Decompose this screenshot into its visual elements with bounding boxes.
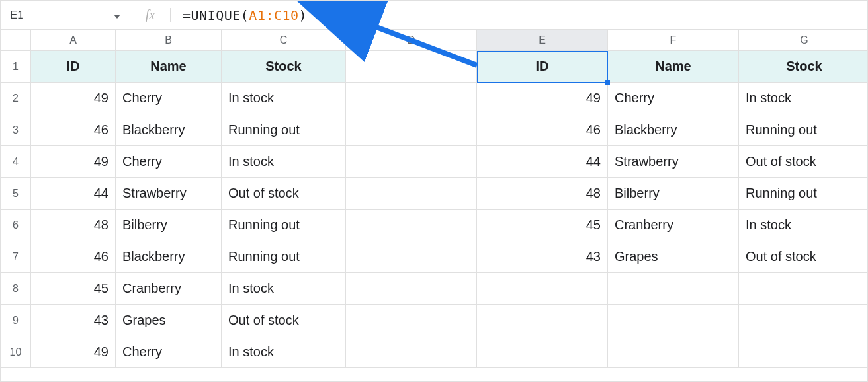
cell-F4[interactable]: Strawberry (608, 146, 739, 178)
cell-C1[interactable]: Stock (222, 51, 346, 83)
cell-E10[interactable] (477, 336, 608, 368)
cell-A10[interactable]: 49 (31, 336, 116, 368)
row-header-4[interactable]: 4 (1, 146, 31, 178)
cell-G9[interactable] (739, 305, 868, 336)
spreadsheet-grid[interactable]: A B C D E F G 1 ID Name Stock ID Name St… (1, 30, 867, 368)
cell-D9[interactable] (346, 305, 477, 336)
cell-E4[interactable]: 44 (477, 146, 608, 178)
cell-G2[interactable]: In stock (739, 83, 868, 114)
formula-close-paren: ) (299, 7, 308, 23)
row-header-2[interactable]: 2 (1, 83, 31, 114)
cell-D1[interactable] (346, 51, 477, 83)
row-header-1[interactable]: 1 (1, 51, 31, 83)
cell-F10[interactable] (608, 336, 739, 368)
cell-F5[interactable]: Bilberry (608, 178, 739, 210)
cell-F6[interactable]: Cranberry (608, 210, 739, 241)
cell-A9[interactable]: 43 (31, 305, 116, 336)
cell-B6[interactable]: Bilberry (116, 210, 222, 241)
col-header-D[interactable]: D (346, 30, 477, 51)
cell-B4[interactable]: Cherry (116, 146, 222, 178)
cell-B7[interactable]: Blackberry (116, 241, 222, 273)
col-header-C[interactable]: C (222, 30, 346, 51)
cell-B2[interactable]: Cherry (116, 83, 222, 114)
cell-G1[interactable]: Stock (739, 51, 868, 83)
row-header-3[interactable]: 3 (1, 114, 31, 146)
formula-open-paren: ( (241, 7, 249, 23)
cell-C4[interactable]: In stock (222, 146, 346, 178)
cell-C7[interactable]: Running out (222, 241, 346, 273)
cell-C10[interactable]: In stock (222, 336, 346, 368)
cell-G6[interactable]: In stock (739, 210, 868, 241)
cell-B1[interactable]: Name (116, 51, 222, 83)
cell-A1[interactable]: ID (31, 51, 116, 83)
cell-G3[interactable]: Running out (739, 114, 868, 146)
cell-F8[interactable] (608, 273, 739, 305)
cell-F3[interactable]: Blackberry (608, 114, 739, 146)
col-header-G[interactable]: G (739, 30, 868, 51)
cell-C3[interactable]: Running out (222, 114, 346, 146)
select-all-corner[interactable] (1, 30, 31, 51)
cell-D8[interactable] (346, 273, 477, 305)
formula-fn: UNIQUE (191, 7, 241, 23)
row-header-7[interactable]: 7 (1, 241, 31, 273)
cell-B3[interactable]: Blackberry (116, 114, 222, 146)
cell-D7[interactable] (346, 241, 477, 273)
cell-F7[interactable]: Grapes (608, 241, 739, 273)
name-box-value: E1 (10, 9, 24, 22)
cell-G4[interactable]: Out of stock (739, 146, 868, 178)
cell-E1[interactable]: ID (477, 51, 608, 83)
cell-C9[interactable]: Out of stock (222, 305, 346, 336)
cell-E6[interactable]: 45 (477, 210, 608, 241)
col-header-E[interactable]: E (477, 30, 608, 51)
cell-E5[interactable]: 48 (477, 178, 608, 210)
cell-F9[interactable] (608, 305, 739, 336)
formula-range: A1:C10 (249, 7, 298, 23)
cell-A7[interactable]: 46 (31, 241, 116, 273)
row-header-5[interactable]: 5 (1, 178, 31, 210)
cell-G8[interactable] (739, 273, 868, 305)
cell-C8[interactable]: In stock (222, 273, 346, 305)
cell-D4[interactable] (346, 146, 477, 178)
cell-G7[interactable]: Out of stock (739, 241, 868, 273)
col-header-F[interactable]: F (608, 30, 739, 51)
cell-D2[interactable] (346, 83, 477, 114)
cell-B8[interactable]: Cranberry (116, 273, 222, 305)
cell-D5[interactable] (346, 178, 477, 210)
cell-E7[interactable]: 43 (477, 241, 608, 273)
cell-E2[interactable]: 49 (477, 83, 608, 114)
cell-C5[interactable]: Out of stock (222, 178, 346, 210)
cell-E9[interactable] (477, 305, 608, 336)
cell-A3[interactable]: 46 (31, 114, 116, 146)
cell-A5[interactable]: 44 (31, 178, 116, 210)
row-header-10[interactable]: 10 (1, 336, 31, 368)
name-box[interactable]: E1 (1, 1, 130, 29)
row-header-8[interactable]: 8 (1, 273, 31, 305)
cell-G10[interactable] (739, 336, 868, 368)
cell-E3[interactable]: 46 (477, 114, 608, 146)
cell-C6[interactable]: Running out (222, 210, 346, 241)
formula-bar: E1 fx = UNIQUE ( A1:C10 ) (1, 1, 867, 30)
cell-B9[interactable]: Grapes (116, 305, 222, 336)
cell-A2[interactable]: 49 (31, 83, 116, 114)
row-header-6[interactable]: 6 (1, 210, 31, 241)
cell-B10[interactable]: Cherry (116, 336, 222, 368)
cell-F2[interactable]: Cherry (608, 83, 739, 114)
cell-F1[interactable]: Name (608, 51, 739, 83)
formula-eq: = (183, 7, 191, 23)
cell-D6[interactable] (346, 210, 477, 241)
formula-input[interactable]: = UNIQUE ( A1:C10 ) (183, 7, 867, 23)
cell-A6[interactable]: 48 (31, 210, 116, 241)
cell-D3[interactable] (346, 114, 477, 146)
cell-E8[interactable] (477, 273, 608, 305)
cell-C2[interactable]: In stock (222, 83, 346, 114)
chevron-down-icon[interactable] (114, 9, 120, 22)
fx-icon: fx (130, 7, 170, 22)
cell-A8[interactable]: 45 (31, 273, 116, 305)
cell-G5[interactable]: Running out (739, 178, 868, 210)
cell-A4[interactable]: 49 (31, 146, 116, 178)
row-header-9[interactable]: 9 (1, 305, 31, 336)
col-header-A[interactable]: A (31, 30, 116, 51)
cell-D10[interactable] (346, 336, 477, 368)
col-header-B[interactable]: B (116, 30, 222, 51)
cell-B5[interactable]: Strawberry (116, 178, 222, 210)
